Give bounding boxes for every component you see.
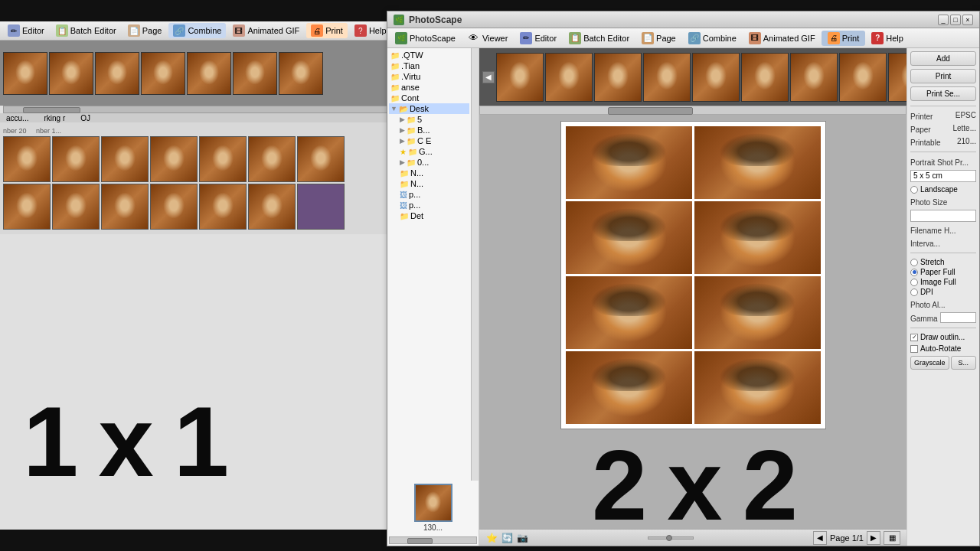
tree-item-p1[interactable]: 🖼 p...: [389, 189, 469, 200]
left-grid-photo-9[interactable]: [52, 184, 100, 230]
grid-photo-5[interactable]: [566, 276, 692, 349]
grid-photo-6[interactable]: [694, 276, 821, 349]
menu-animated-gif[interactable]: 🎞 Animated GIF: [743, 31, 822, 46]
menu-combine[interactable]: 🔗 Combine: [682, 31, 743, 46]
left-strip-scrollbar[interactable]: [3, 106, 387, 113]
zoom-slider-thumb[interactable]: [666, 535, 672, 541]
filmstrip-photo-3[interactable]: [594, 53, 642, 102]
file-tree-scrollbar[interactable]: [471, 48, 479, 481]
filmstrip-prev[interactable]: ◀: [482, 71, 495, 83]
landscape-radio-dot[interactable]: [910, 186, 918, 194]
tree-item-p2[interactable]: 🖼 p...: [389, 200, 469, 210]
add-button[interactable]: Add: [910, 51, 976, 66]
tree-item-virtu[interactable]: 📁 .Virtu: [389, 71, 469, 82]
filmstrip-photo-1[interactable]: [496, 53, 544, 102]
tree-item-b[interactable]: ▶ 📁 B...: [389, 125, 469, 135]
left-grid-photo-10[interactable]: [101, 184, 149, 230]
menu-help[interactable]: ? Help: [865, 31, 910, 46]
menu-page[interactable]: 📄 Page: [635, 31, 682, 46]
left-strip-photo-2[interactable]: [49, 52, 93, 95]
menu-batch-editor[interactable]: 📋 Batch Editor: [563, 31, 635, 46]
zoom-slider[interactable]: [648, 536, 694, 540]
page-next-button[interactable]: ▶: [867, 531, 880, 545]
image-full-radio-dot[interactable]: [910, 279, 918, 286]
left-grid-photo-8[interactable]: [3, 184, 51, 230]
print-settings-button[interactable]: Print Se...: [910, 86, 976, 101]
extra-s-button[interactable]: S...: [951, 356, 976, 370]
grid-photo-8[interactable]: [694, 351, 821, 424]
filmstrip-photo-9[interactable]: [888, 53, 906, 102]
left-strip-scrollbar-thumb[interactable]: [23, 107, 80, 113]
tree-item-anse[interactable]: 📁 anse: [389, 82, 469, 93]
left-batch-editor-btn[interactable]: 📋 Batch Editor: [51, 23, 121, 38]
page-prev-button[interactable]: ◀: [813, 531, 827, 545]
left-grid-photo-11[interactable]: [150, 184, 198, 230]
filmstrip-photo-7[interactable]: [790, 53, 838, 102]
draw-outline-checkbox[interactable]: Draw outlin...: [910, 333, 976, 341]
left-animated-gif-btn[interactable]: 🎞 Animated GIF: [228, 23, 304, 38]
paper-full-radio[interactable]: Paper Full: [910, 268, 976, 276]
tree-item-desk[interactable]: ▼ 📂 Desk: [389, 103, 469, 114]
left-print-btn[interactable]: 🖨 Print: [306, 23, 348, 38]
left-grid-photo-2[interactable]: [52, 136, 100, 182]
page-grid-button[interactable]: ▦: [884, 531, 900, 545]
tree-h-scrollbar[interactable]: [389, 536, 477, 544]
menu-viewer[interactable]: 👁 Viewer: [462, 31, 514, 46]
draw-outline-checkbox-box[interactable]: [910, 334, 918, 341]
left-strip-photo-7[interactable]: [279, 52, 323, 95]
dpi-radio[interactable]: DPI: [910, 288, 976, 296]
paper-full-radio-dot[interactable]: [910, 269, 918, 276]
tree-item-g[interactable]: ★ 📁 G...: [389, 146, 469, 157]
grid-photo-7[interactable]: [566, 351, 692, 424]
tree-item-n1[interactable]: 📁 N...: [389, 168, 469, 178]
stretch-radio[interactable]: Stretch: [910, 258, 976, 266]
rotate-icon[interactable]: 🔄: [501, 532, 513, 544]
left-grid-photo-12[interactable]: [199, 184, 247, 230]
left-editor-btn[interactable]: ✏ Editor: [3, 23, 49, 38]
left-strip-photo-6[interactable]: [233, 52, 277, 95]
camera-icon[interactable]: 📷: [516, 532, 528, 544]
left-strip-photo-4[interactable]: [141, 52, 185, 95]
filmstrip-scrollbar-thumb[interactable]: [608, 107, 693, 115]
tree-item-0[interactable]: ▶ 📁 0...: [389, 157, 469, 168]
left-grid-photo-13[interactable]: [248, 184, 296, 230]
tree-item-det[interactable]: 📁 Det: [389, 210, 469, 221]
tree-h-scrollbar-thumb[interactable]: [407, 538, 433, 544]
tree-item-cont[interactable]: 📁 Cont: [389, 93, 469, 103]
left-strip-photo-3[interactable]: [95, 52, 139, 95]
left-grid-photo-6[interactable]: [248, 136, 296, 182]
left-grid-photo-4[interactable]: [150, 136, 198, 182]
left-combine-btn[interactable]: 🔗 Combine: [168, 23, 226, 38]
landscape-radio[interactable]: Landscape: [910, 185, 976, 194]
tree-item-qtw[interactable]: 📁 .QTW: [389, 50, 469, 60]
grid-photo-3[interactable]: [566, 201, 692, 274]
thumbnail-image[interactable]: [414, 484, 452, 522]
image-full-radio[interactable]: Image Full: [910, 278, 976, 286]
menu-editor[interactable]: ✏ Editor: [514, 31, 563, 46]
tree-item-5[interactable]: ▶ 📁 5: [389, 114, 469, 125]
filmstrip-photo-6[interactable]: [741, 53, 789, 102]
filmstrip-scrollbar[interactable]: [479, 106, 906, 115]
tree-item-tian[interactable]: 📁 .Tian: [389, 60, 469, 71]
grid-photo-4[interactable]: [694, 201, 821, 274]
left-grid-photo-5[interactable]: [199, 136, 247, 182]
filmstrip-photo-5[interactable]: [692, 53, 740, 102]
grayscale-button[interactable]: Grayscale: [910, 356, 949, 370]
left-strip-photo-1[interactable]: [3, 52, 47, 95]
print-button[interactable]: Print: [910, 69, 976, 83]
left-grid-photo-7[interactable]: [297, 136, 345, 182]
filmstrip-photo-8[interactable]: [839, 53, 887, 102]
left-strip-photo-5[interactable]: [187, 52, 231, 95]
auto-rotate-checkbox-box[interactable]: [910, 345, 918, 353]
dpi-radio-dot[interactable]: [910, 289, 918, 296]
star-icon[interactable]: ⭐: [485, 532, 498, 544]
menu-photoscope[interactable]: 🌿 PhotoScape: [389, 31, 462, 46]
filmstrip-photo-4[interactable]: [643, 53, 691, 102]
left-grid-photo-14[interactable]: [297, 184, 345, 230]
grid-photo-1[interactable]: [566, 126, 692, 199]
minimize-button[interactable]: _: [938, 15, 949, 25]
auto-rotate-checkbox[interactable]: Auto-Rotate: [910, 344, 976, 353]
stretch-radio-dot[interactable]: [910, 259, 918, 266]
left-grid-photo-3[interactable]: [101, 136, 149, 182]
left-grid-photo-1[interactable]: [3, 136, 51, 182]
